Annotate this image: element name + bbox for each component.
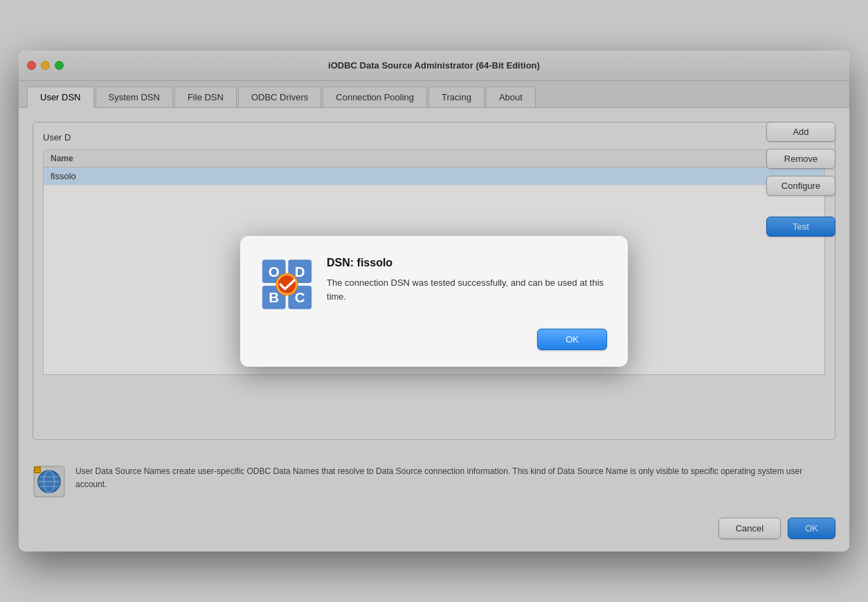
modal-message: The connection DSN was tested successful… (327, 276, 607, 305)
modal-title: DSN: fissolo (327, 257, 607, 269)
modal-ok-button[interactable]: OK (537, 329, 607, 350)
svg-text:D: D (295, 263, 305, 279)
modal-dialog: O D B C (240, 236, 628, 367)
modal-footer: OK (261, 329, 607, 350)
svg-text:O: O (269, 263, 280, 279)
svg-text:B: B (269, 289, 279, 305)
modal-content: DSN: fissolo The connection DSN was test… (327, 257, 607, 305)
main-window: iODBC Data Source Administrator (64-Bit … (19, 51, 849, 551)
odbc-logo-icon: O D B C (261, 257, 313, 312)
svg-text:C: C (295, 289, 305, 305)
modal-overlay: O D B C (19, 51, 849, 551)
modal-body: O D B C (261, 257, 607, 312)
